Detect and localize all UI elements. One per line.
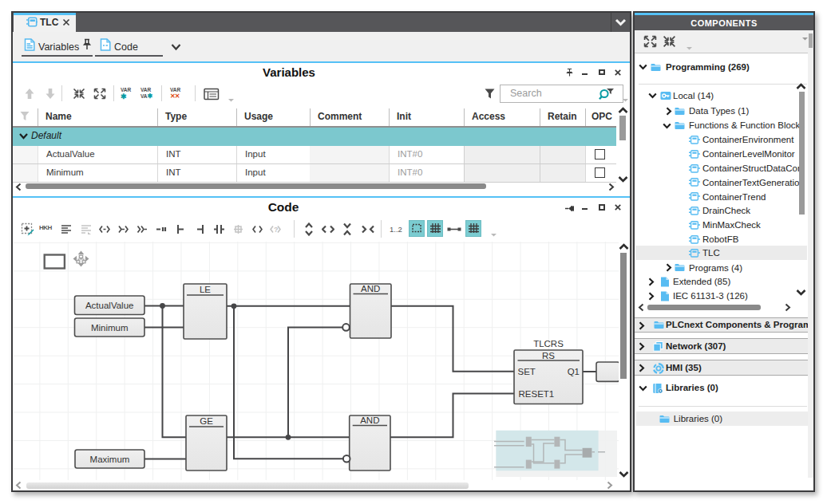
svg-text:AND: AND (361, 283, 380, 293)
svg-text:Minimum: Minimum (91, 322, 129, 332)
svg-text:Maximum: Maximum (90, 454, 130, 463)
svg-text:LE: LE (200, 285, 211, 294)
svg-text:RESET1: RESET1 (519, 388, 555, 398)
svg-text:Q1: Q1 (568, 366, 580, 376)
svg-text:AND: AND (360, 415, 379, 424)
svg-text:GE: GE (200, 416, 213, 426)
svg-text:ActualValue: ActualValue (85, 301, 134, 310)
svg-text:SET: SET (518, 366, 536, 376)
svg-text:?: ? (274, 226, 279, 234)
svg-text:RS: RS (542, 350, 555, 360)
svg-text:TLCRS: TLCRS (533, 338, 564, 348)
